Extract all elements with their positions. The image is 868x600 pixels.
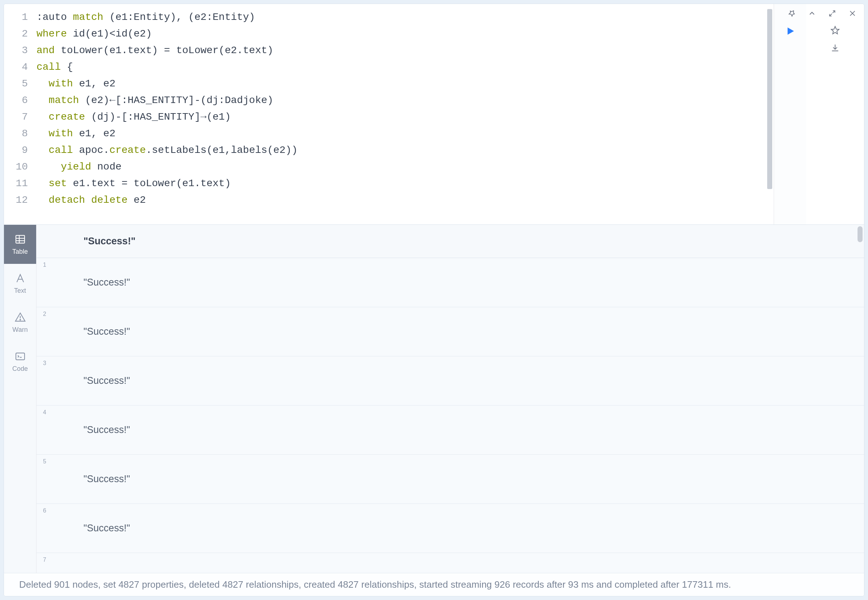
tab-text[interactable]: Text <box>4 264 36 303</box>
code-line: call apoc.create.setLabels(e1,labels(e2)… <box>36 142 774 159</box>
code-line: match (e2)←[:HAS_ENTITY]-(dj:Dadjoke) <box>36 92 774 109</box>
line-number: 7 <box>4 109 28 126</box>
panel-top-actions <box>787 8 857 18</box>
svg-marker-3 <box>831 26 839 34</box>
tab-table[interactable]: Table <box>4 225 36 264</box>
tab-text-label: Text <box>14 287 26 295</box>
line-number: 1 <box>4 9 28 26</box>
row-number: 4 <box>43 409 46 416</box>
row-number: 1 <box>43 262 46 268</box>
svg-rect-4 <box>16 235 24 243</box>
row-cell: "Success!" <box>36 424 130 436</box>
code-line: call { <box>36 59 774 76</box>
tab-warn-label: Warn <box>12 326 27 333</box>
code-line: yield node <box>36 159 774 175</box>
status-text: Deleted 901 nodes, set 4827 properties, … <box>19 579 731 590</box>
row-number: 2 <box>43 311 46 317</box>
secondary-actions <box>806 4 864 224</box>
close-icon[interactable] <box>847 8 857 18</box>
chevron-up-icon[interactable] <box>807 8 817 18</box>
code-line: create (dj)-[:HAS_ENTITY]→(e1) <box>36 109 774 126</box>
tab-warn[interactable]: Warn <box>4 303 36 342</box>
table-row[interactable]: 1"Success!" <box>36 258 864 307</box>
code-editor[interactable]: 123456789101112 :auto match (e1:Entity),… <box>4 4 774 224</box>
code-line: with e1, e2 <box>36 126 774 142</box>
row-number: 5 <box>43 458 46 465</box>
row-number: 3 <box>43 360 46 367</box>
svg-rect-11 <box>16 353 24 360</box>
line-number: 12 <box>4 192 28 209</box>
tab-code[interactable]: Code <box>4 342 36 381</box>
row-cell: "Success!" <box>36 277 130 288</box>
run-button[interactable] <box>785 26 796 224</box>
results-header: "Success!" <box>36 225 864 258</box>
table-row[interactable]: 5"Success!" <box>36 455 864 504</box>
code-line: set e1.text = toLower(e1.text) <box>36 175 774 192</box>
line-number: 10 <box>4 159 28 175</box>
favorite-icon[interactable] <box>830 26 840 36</box>
table-row[interactable]: 7 <box>36 553 864 573</box>
row-cell: "Success!" <box>36 326 130 337</box>
results-scrollbar[interactable] <box>857 226 863 242</box>
table-row[interactable]: 6"Success!" <box>36 504 864 553</box>
query-result-panel: 123456789101112 :auto match (e1:Entity),… <box>4 4 864 596</box>
results-table[interactable]: "Success!" 1"Success!"2"Success!"3"Succe… <box>36 225 864 573</box>
view-tabs: Table Text Warn Code <box>4 225 36 573</box>
table-row[interactable]: 4"Success!" <box>36 406 864 455</box>
expand-icon[interactable] <box>827 8 837 18</box>
row-cell: "Success!" <box>36 473 130 485</box>
line-number: 8 <box>4 126 28 142</box>
row-number: 6 <box>43 508 46 514</box>
tab-table-label: Table <box>12 248 28 256</box>
line-number: 4 <box>4 59 28 76</box>
row-cell: "Success!" <box>36 523 130 534</box>
download-icon[interactable] <box>830 43 840 54</box>
status-bar: Deleted 901 nodes, set 4827 properties, … <box>4 573 864 596</box>
line-number: 9 <box>4 142 28 159</box>
code-line: :auto match (e1:Entity), (e2:Entity) <box>36 9 774 26</box>
line-number: 6 <box>4 92 28 109</box>
line-number-gutter: 123456789101112 <box>4 9 36 224</box>
row-cell: "Success!" <box>36 375 130 386</box>
tab-code-label: Code <box>12 365 28 373</box>
code-lines: :auto match (e1:Entity), (e2:Entity)wher… <box>36 9 774 224</box>
table-row[interactable]: 3"Success!" <box>36 356 864 406</box>
table-row[interactable]: 2"Success!" <box>36 307 864 356</box>
svg-point-10 <box>20 319 20 320</box>
code-line: and toLower(e1.text) = toLower(e2.text) <box>36 42 774 59</box>
code-line: with e1, e2 <box>36 76 774 92</box>
editor-scrollbar[interactable] <box>767 9 772 189</box>
line-number: 5 <box>4 76 28 92</box>
line-number: 11 <box>4 175 28 192</box>
row-number: 7 <box>43 557 46 563</box>
line-number: 3 <box>4 42 28 59</box>
line-number: 2 <box>4 26 28 42</box>
svg-marker-2 <box>788 27 794 35</box>
editor-wrap: 123456789101112 :auto match (e1:Entity),… <box>4 4 864 224</box>
code-line: where id(e1)<id(e2) <box>36 26 774 42</box>
pin-icon[interactable] <box>787 8 797 18</box>
run-column <box>774 4 806 224</box>
code-line: detach delete e2 <box>36 192 774 209</box>
results-area: Table Text Warn Code "Success!" 1"Succes… <box>4 224 864 573</box>
results-header-cell: "Success!" <box>83 236 136 247</box>
